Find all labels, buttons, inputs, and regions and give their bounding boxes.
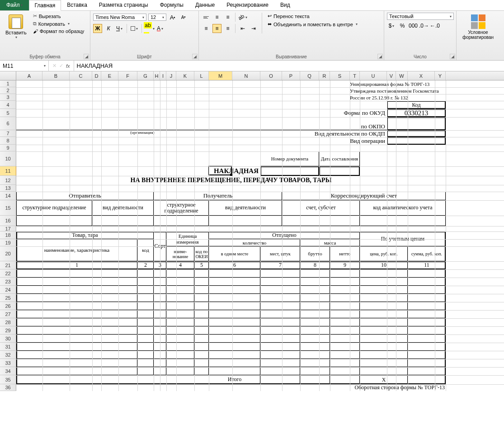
col-header-L[interactable]: L [194, 71, 209, 80]
row-header-19[interactable]: 19 [0, 239, 16, 246]
select-all-corner[interactable] [0, 71, 16, 80]
format-painter-button[interactable]: Формат по образцу [31, 28, 86, 34]
col-header-O[interactable]: O [260, 71, 282, 80]
col-header-F[interactable]: F [118, 71, 137, 80]
cancel-icon[interactable]: ✕ [52, 63, 57, 69]
grow-font-button[interactable]: A▴ [168, 13, 177, 22]
accounting-format-button[interactable]: $▾ [387, 21, 396, 30]
fx-icon[interactable]: fx [66, 63, 70, 69]
wrap-text-button[interactable]: ↩Перенос текста [266, 13, 359, 19]
col-header-R[interactable]: R [319, 71, 330, 80]
col-header-W[interactable]: W [396, 71, 408, 80]
fill-color-button[interactable]: ab▾ [145, 24, 154, 33]
row-header-36[interactable]: 36 [0, 384, 16, 391]
tab-review[interactable]: Рецензирование [221, 0, 274, 10]
col-header-C[interactable]: C [70, 71, 92, 80]
row-header-16[interactable]: 16 [0, 216, 16, 226]
row-header-8[interactable]: 8 [0, 137, 16, 145]
align-right-button[interactable]: ≡ [223, 24, 232, 33]
col-header-T[interactable]: T [350, 71, 360, 80]
row-header-31[interactable]: 31 [0, 343, 16, 351]
row-header-20[interactable]: 20 [0, 246, 16, 261]
row-header-6[interactable]: 6 [0, 117, 16, 130]
row-header-11[interactable]: 11 [0, 166, 16, 176]
row-header-22[interactable]: 22 [0, 269, 16, 278]
col-header-J[interactable]: J [166, 71, 176, 80]
col-header-G[interactable]: G [137, 71, 154, 80]
tab-page-layout[interactable]: Разметка страницы [93, 0, 154, 10]
merge-center-button[interactable]: ⬌Объединить и поместить в центре▾ [266, 21, 359, 28]
orientation-button[interactable]: ab▾ [238, 13, 247, 22]
number-dialog-launcher[interactable]: ◢ [450, 54, 455, 59]
row-header-34[interactable]: 34 [0, 367, 16, 375]
row-header-26[interactable]: 26 [0, 302, 16, 310]
row-header-33[interactable]: 33 [0, 359, 16, 367]
comma-button[interactable]: 000 [409, 21, 418, 30]
row-header-17[interactable]: 17 [0, 226, 16, 231]
col-header-U[interactable]: U [360, 71, 387, 80]
row-header-3[interactable]: 3 [0, 94, 16, 101]
formula-input[interactable]: НАКЛАДНАЯ [74, 62, 504, 69]
clipboard-dialog-launcher[interactable]: ◢ [84, 54, 89, 59]
borders-button[interactable]: ▾ [130, 24, 139, 33]
tab-home[interactable]: Главная [29, 0, 61, 11]
align-center-button[interactable]: ≡ [212, 24, 221, 33]
col-header-D[interactable]: D [92, 71, 101, 80]
tab-file[interactable]: Файл▾ [0, 0, 29, 10]
font-color-button[interactable]: A▾ [155, 24, 165, 33]
row-header-35[interactable]: 35 [0, 375, 16, 384]
italic-button[interactable]: К [104, 24, 113, 33]
decrease-indent-button[interactable]: ⇤ [238, 24, 247, 33]
col-header-H[interactable]: H [154, 71, 160, 80]
row-header-18[interactable]: 18 [0, 231, 16, 239]
col-header-S[interactable]: S [330, 71, 350, 80]
row-header-12[interactable]: 12 [0, 176, 16, 185]
col-header-E[interactable]: E [101, 71, 118, 80]
decrease-decimal-button[interactable]: ←.0 [430, 21, 439, 30]
enter-icon[interactable]: ✓ [59, 63, 63, 69]
align-left-button[interactable]: ≡ [202, 24, 211, 33]
col-header-M[interactable]: M [209, 71, 232, 80]
align-middle-button[interactable]: ≡ [212, 13, 221, 22]
copy-button[interactable]: Копировать▾ [31, 20, 86, 27]
cells-area[interactable]: Унифицированная форма № ТОРГ-13Утвержден… [16, 80, 504, 391]
tab-insert[interactable]: Вставка [61, 0, 93, 10]
row-header-21[interactable]: 21 [0, 261, 16, 269]
row-header-13[interactable]: 13 [0, 185, 16, 192]
align-top-button[interactable] [202, 13, 211, 22]
col-header-Q[interactable]: Q [300, 71, 319, 80]
font-size-combo[interactable]: 12▾ [148, 14, 166, 21]
font-name-combo[interactable]: Times New Roma▾ [93, 14, 146, 21]
col-header-Y[interactable]: Y [435, 71, 446, 80]
name-box[interactable]: M11▾ [0, 61, 49, 71]
row-header-29[interactable]: 29 [0, 326, 16, 335]
row-header-10[interactable]: 10 [0, 151, 16, 166]
row-header-4[interactable]: 4 [0, 101, 16, 109]
conditional-formatting-button[interactable]: Условное форматирован [459, 13, 497, 42]
col-header-K[interactable]: K [176, 71, 194, 80]
shrink-font-button[interactable]: A▾ [179, 13, 188, 22]
col-header-P[interactable]: P [282, 71, 300, 80]
tab-data[interactable]: Данные [189, 0, 221, 10]
col-header-A[interactable]: A [16, 71, 42, 80]
row-header-25[interactable]: 25 [0, 294, 16, 302]
paste-button[interactable]: Вставить ▾ [3, 13, 29, 41]
col-header-I[interactable]: I [160, 71, 166, 80]
row-header-2[interactable]: 2 [0, 87, 16, 94]
row-header-23[interactable]: 23 [0, 278, 16, 286]
align-bottom-button[interactable]: ≡ [223, 13, 232, 22]
row-header-9[interactable]: 9 [0, 145, 16, 151]
increase-indent-button[interactable]: ⇥ [249, 24, 258, 33]
tab-formulas[interactable]: Формулы [154, 0, 189, 10]
row-header-5[interactable]: 5 [0, 109, 16, 117]
bold-button[interactable]: Ж [93, 24, 102, 33]
percent-button[interactable]: % [398, 21, 407, 30]
row-header-32[interactable]: 32 [0, 351, 16, 359]
font-dialog-launcher[interactable]: ◢ [192, 54, 198, 59]
increase-decimal-button[interactable]: .0→ [419, 21, 429, 30]
row-header-7[interactable]: 7 [0, 130, 16, 137]
number-format-combo[interactable]: Текстовый▾ [387, 13, 454, 20]
col-header-X[interactable]: X [408, 71, 435, 80]
row-header-24[interactable]: 24 [0, 286, 16, 294]
tab-view[interactable]: Вид [274, 0, 296, 10]
